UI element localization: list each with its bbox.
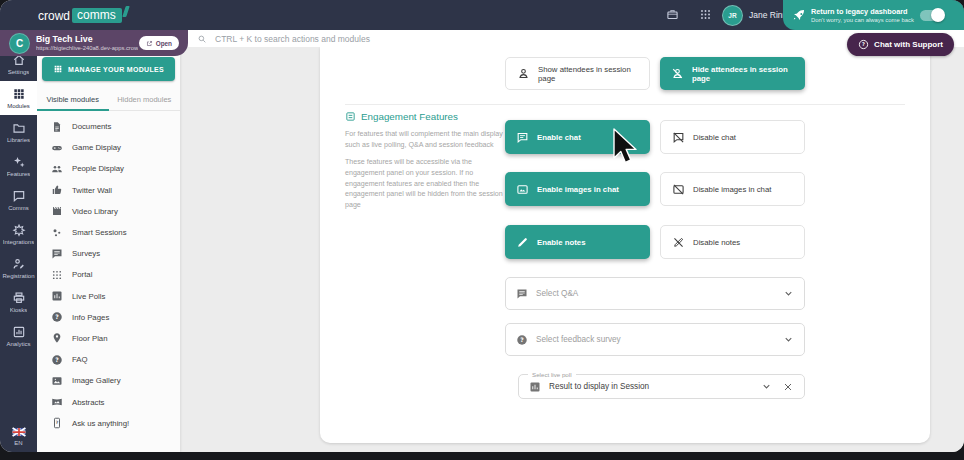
module-item-label: Floor Plan xyxy=(72,334,108,343)
module-item-label: Smart Sessions xyxy=(72,228,127,237)
chevron-down-icon[interactable] xyxy=(761,381,772,392)
legacy-text: Return to legacy dashboard Don't worry, … xyxy=(811,7,914,23)
modules-list: DocumentsGame DisplayPeople DisplayTwitt… xyxy=(37,116,180,434)
image-off-icon xyxy=(672,183,685,196)
rocket-icon xyxy=(792,8,806,22)
rail-item-integrations[interactable]: Integrations xyxy=(0,217,37,251)
hide-attendees-button[interactable]: Hide attendees in session page xyxy=(660,57,805,90)
external-link-icon xyxy=(146,40,153,47)
module-item-label: Twitter Wall xyxy=(72,186,112,195)
module-item-portal[interactable]: Portal xyxy=(37,264,180,285)
disable-chat-button[interactable]: Disable chat xyxy=(660,120,805,154)
rail-item-modules[interactable]: Modules xyxy=(0,81,37,115)
button-label: Enable chat xyxy=(537,133,581,142)
module-item-label: Documents xyxy=(72,122,111,131)
language-selector[interactable]: EN xyxy=(0,425,37,446)
module-item-smart-sessions[interactable]: Smart Sessions xyxy=(37,222,180,243)
chart-box-icon xyxy=(12,325,26,339)
module-item-image-gallery[interactable]: Image Gallery xyxy=(37,370,180,391)
burst-icon xyxy=(12,223,26,237)
scatter-icon xyxy=(51,227,63,239)
select-controls xyxy=(761,381,794,393)
legacy-toggle[interactable] xyxy=(920,10,944,21)
module-item-ask-us-anything[interactable]: ?Ask us anything! xyxy=(37,413,180,434)
select-controls xyxy=(783,288,794,299)
logo-tail xyxy=(122,6,130,17)
module-item-faq[interactable]: ?FAQ xyxy=(37,349,180,370)
module-item-label: Surveys xyxy=(72,249,100,258)
tab-hidden-modules[interactable]: Hidden modules xyxy=(109,89,181,110)
manage-modules-button[interactable]: MANAGE YOUR MODULES xyxy=(42,57,175,81)
rail-item-label: Integrations xyxy=(3,239,34,245)
show-attendees-label: Show attendees in session page xyxy=(538,65,649,83)
sparkles-icon xyxy=(12,155,26,169)
event-name: Big Tech Live xyxy=(36,34,93,44)
avatar[interactable]: JR xyxy=(722,5,743,26)
enable-notes-button[interactable]: Enable notes xyxy=(505,225,650,259)
pencil-icon xyxy=(516,236,529,249)
module-item-twitter-wall[interactable]: Twitter Wall xyxy=(37,180,180,201)
module-item-people-display[interactable]: People Display xyxy=(37,158,180,179)
rail-item-registration[interactable]: Registration xyxy=(0,251,37,285)
module-item-video-library[interactable]: Video Library xyxy=(37,201,180,222)
show-attendees-button[interactable]: Show attendees in session page xyxy=(505,57,650,90)
open-event-button[interactable]: Open xyxy=(139,36,179,50)
logo-text-comms: comms xyxy=(72,8,122,23)
module-item-floor-plan[interactable]: Floor Plan xyxy=(37,328,180,349)
module-item-live-polls[interactable]: Live Polls xyxy=(37,286,180,307)
module-item-label: Abstracts xyxy=(72,398,105,407)
user-name[interactable]: Jane Rinn xyxy=(749,10,787,20)
folder-icon xyxy=(12,121,26,135)
disable-notes-button[interactable]: Disable notes xyxy=(660,225,805,259)
search-icon xyxy=(197,34,207,44)
event-logo: C xyxy=(9,33,30,54)
module-item-label: Video Library xyxy=(72,207,118,216)
button-label: Disable notes xyxy=(693,238,740,247)
module-item-surveys[interactable]: Surveys xyxy=(37,243,180,264)
chat-bubble-icon xyxy=(516,131,529,144)
chevron-down-icon[interactable] xyxy=(783,334,794,345)
module-item-documents[interactable]: Documents xyxy=(37,116,180,137)
select-live-poll-dropdown[interactable]: Select live pollResult to display in Ses… xyxy=(518,374,805,399)
rail-item-libraries[interactable]: Libraries xyxy=(0,115,37,149)
chat-support-button[interactable]: ? Chat with Support xyxy=(847,33,954,56)
rail-item-kiosks[interactable]: Kiosks xyxy=(0,285,37,319)
chevron-down-icon[interactable] xyxy=(783,288,794,299)
search-input[interactable] xyxy=(213,33,537,45)
rail-item-label: Comms xyxy=(8,205,29,211)
ballot-icon xyxy=(345,111,356,122)
modules-panel: MANAGE YOUR MODULES Visible modules Hidd… xyxy=(37,47,180,452)
grid-icon xyxy=(53,64,63,74)
module-item-game-display[interactable]: Game Display xyxy=(37,137,180,158)
button-label: Disable images in chat xyxy=(693,185,771,194)
select-controls xyxy=(783,334,794,345)
briefcase-icon[interactable] xyxy=(666,8,679,21)
select-qa-dropdown[interactable]: Select Q&A xyxy=(505,277,805,310)
person-icon xyxy=(517,67,530,80)
module-item-info-pages[interactable]: ?Info Pages xyxy=(37,307,180,328)
button-label: Disable chat xyxy=(693,133,736,142)
uk-flag-icon xyxy=(12,425,26,439)
select-feedback-survey-dropdown[interactable]: ?Select feedback survey xyxy=(505,323,805,356)
module-item-abstracts[interactable]: Abstracts xyxy=(37,391,180,412)
person-edit-icon xyxy=(12,257,26,271)
people-icon xyxy=(51,163,63,175)
image-icon xyxy=(51,375,63,387)
clear-selection-icon[interactable] xyxy=(782,381,794,393)
section-title: Engagement Features xyxy=(361,111,458,122)
disable-images-in-chat-button[interactable]: Disable images in chat xyxy=(660,172,805,206)
apps-grid-icon[interactable] xyxy=(699,8,712,21)
rail-item-features[interactable]: Features xyxy=(0,149,37,183)
rail-item-comms[interactable]: Comms xyxy=(0,183,37,217)
rail-item-analytics[interactable]: Analytics xyxy=(0,319,37,353)
select-value: Result to display in Session xyxy=(549,382,753,391)
document-icon xyxy=(51,121,63,133)
enable-images-in-chat-button[interactable]: Enable images in chat xyxy=(505,172,650,206)
movie-icon xyxy=(51,205,63,217)
crowdcomms-logo: crowd comms xyxy=(38,6,128,25)
rail-item-label: Modules xyxy=(7,103,30,109)
svg-text:?: ? xyxy=(55,313,59,320)
divider xyxy=(345,104,905,105)
logo-text-crowd: crowd xyxy=(38,9,70,23)
tab-visible-modules[interactable]: Visible modules xyxy=(37,89,109,111)
